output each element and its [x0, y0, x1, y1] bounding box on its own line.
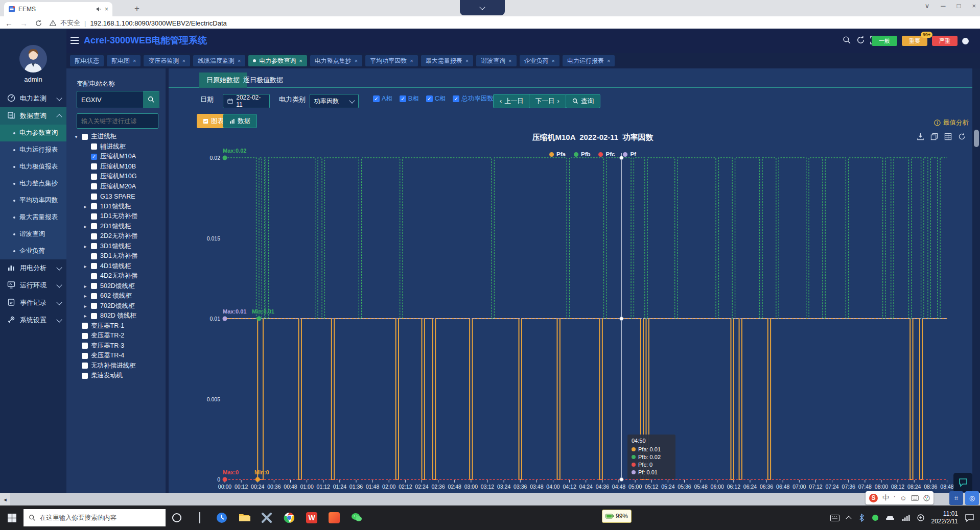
chevron-right-icon[interactable]: ▸: [83, 283, 88, 289]
vertical-scrollbar[interactable]: [972, 68, 980, 493]
sidebar-item-3[interactable]: 运行环境: [0, 277, 66, 294]
checkbox-unchecked[interactable]: [91, 223, 97, 229]
chevron-right-icon[interactable]: ▸: [83, 263, 88, 269]
tree-node[interactable]: 2D2无功补偿: [74, 231, 166, 242]
checkbox-unchecked[interactable]: [91, 283, 97, 289]
checkbox-unchecked[interactable]: [91, 263, 97, 269]
close-icon[interactable]: ×: [552, 58, 555, 64]
module-tab[interactable]: 电力整点集抄×: [310, 55, 362, 66]
hidden-icons-chevron[interactable]: [847, 515, 851, 521]
tree-node[interactable]: 压缩机M10B: [74, 162, 166, 172]
task-view-icon[interactable]: [188, 505, 211, 530]
url-box[interactable]: 不安全 | 192.168.1.100:8090/3000WEBV2/Elect…: [50, 18, 227, 28]
station-search-button[interactable]: [143, 91, 159, 108]
sidebar-subitem[interactable]: 电力极值报表: [0, 158, 66, 175]
window-minimize-icon[interactable]: ─: [941, 2, 945, 10]
station-input[interactable]: [77, 96, 143, 104]
tree-node[interactable]: 变压器TR-1: [74, 321, 166, 331]
alarm-normal-button[interactable]: 一般: [872, 36, 897, 46]
forward-icon[interactable]: →: [20, 19, 28, 28]
module-tab[interactable]: 企业负荷×: [520, 55, 559, 66]
tree-node[interactable]: 变压器TR-4: [74, 351, 166, 361]
battery-widget[interactable]: 99%: [602, 510, 632, 523]
checkbox-unchecked[interactable]: [91, 174, 97, 180]
ime-mic-tile[interactable]: ◎: [965, 491, 979, 505]
reload-icon[interactable]: [35, 19, 42, 27]
tree-node[interactable]: 压缩机M20A: [74, 182, 166, 192]
ime-mode-chinese[interactable]: 中: [882, 493, 889, 502]
sidebar-item-5[interactable]: 系统设置: [0, 311, 66, 329]
chevron-right-icon[interactable]: ▸: [83, 313, 88, 319]
checkbox-unchecked[interactable]: [91, 143, 97, 150]
hamburger-icon[interactable]: [71, 37, 79, 44]
checkbox-unchecked[interactable]: [82, 353, 88, 359]
tree-node[interactable]: ▸702D馈线柜: [74, 301, 166, 311]
tab-close-icon[interactable]: ×: [105, 6, 108, 13]
tab-audio-icon[interactable]: [96, 6, 102, 12]
tree-node[interactable]: ▸602 馈线柜: [74, 291, 166, 301]
sidebar-item-2[interactable]: 用电分析: [0, 259, 66, 277]
checkbox-unchecked[interactable]: [91, 273, 97, 279]
close-icon[interactable]: ×: [607, 58, 610, 64]
tree-node[interactable]: 压缩机M10G: [74, 172, 166, 182]
window-menu-icon[interactable]: ∨: [925, 2, 930, 10]
alarm-critical-button[interactable]: 严重: [932, 36, 958, 46]
new-tab-button[interactable]: +: [132, 4, 142, 14]
tree-node[interactable]: 无功补偿进线柜: [74, 361, 166, 371]
tree-node[interactable]: 变压器TR-2: [74, 331, 166, 341]
tree-node[interactable]: 变压器TR-3: [74, 341, 166, 351]
sidebar-subitem[interactable]: 最大需量报表: [0, 209, 66, 226]
sidebar-item-1[interactable]: 数据查询: [0, 107, 66, 125]
tree-node[interactable]: 1D1无功补偿: [74, 211, 166, 222]
close-icon[interactable]: ×: [133, 58, 136, 64]
checkbox-unchecked[interactable]: [91, 293, 97, 299]
tree-node[interactable]: ✓压缩机M10A: [74, 152, 166, 162]
browser-tab[interactable]: EEMS ×: [4, 2, 112, 16]
ime-keyboard-icon[interactable]: [911, 495, 919, 501]
ime-skin-icon[interactable]: [923, 495, 930, 501]
checkbox-unchecked[interactable]: [91, 243, 97, 249]
module-tab[interactable]: 配电图×: [107, 55, 141, 66]
checkbox-unchecked[interactable]: [91, 303, 97, 309]
tree-node[interactable]: G13 SPARE: [74, 191, 166, 202]
refresh-icon[interactable]: [856, 36, 865, 44]
taskbar-clock[interactable]: 11:01 2022/2/11: [931, 510, 959, 525]
sidebar-subitem[interactable]: 平均功率因数: [0, 192, 66, 209]
module-tab[interactable]: 配电状态: [70, 55, 104, 66]
sidebar-subitem[interactable]: 电力运行报表: [0, 141, 66, 158]
checkbox-checked[interactable]: ✓: [91, 154, 97, 160]
sidebar-subitem[interactable]: 企业负荷: [0, 243, 66, 259]
module-tab[interactable]: 电力参数查询×: [248, 55, 307, 66]
start-button[interactable]: [0, 505, 24, 530]
close-icon[interactable]: ×: [508, 58, 511, 64]
sidebar-subitem[interactable]: 谐波查询: [0, 226, 66, 243]
checkbox-unchecked[interactable]: [91, 213, 97, 220]
chevron-right-icon[interactable]: ▸: [83, 293, 88, 299]
window-close-icon[interactable]: ×: [972, 2, 976, 10]
orange-app-icon[interactable]: [323, 505, 345, 530]
close-icon[interactable]: ×: [238, 58, 241, 64]
checkbox-unchecked[interactable]: [82, 373, 88, 379]
ime-toolbox-tile[interactable]: ⌗: [949, 491, 963, 505]
sidebar-subitem[interactable]: 电力整点集抄: [0, 175, 66, 192]
cortana-icon[interactable]: [166, 505, 188, 530]
tree-node[interactable]: 4D2无功补偿: [74, 271, 166, 281]
module-tab[interactable]: 电力运行报表×: [563, 55, 615, 66]
touch-keyboard-icon[interactable]: [830, 515, 839, 521]
close-icon[interactable]: ×: [299, 58, 302, 64]
close-icon[interactable]: ×: [410, 58, 413, 64]
checkbox-unchecked[interactable]: [91, 253, 97, 259]
ime-emoji-icon[interactable]: ☺: [900, 494, 906, 502]
checkbox-unchecked[interactable]: [91, 313, 97, 319]
green-status-tray-icon[interactable]: [872, 515, 878, 521]
checkbox-unchecked[interactable]: [91, 163, 97, 170]
usb-tray-icon[interactable]: [917, 514, 924, 521]
tree-node[interactable]: ▸3D1馈线柜: [74, 242, 166, 252]
checkbox-unchecked[interactable]: [91, 194, 97, 200]
search-icon[interactable]: [843, 36, 851, 44]
chevron-right-icon[interactable]: ▸: [83, 224, 88, 229]
close-icon[interactable]: ×: [355, 58, 358, 64]
module-tab[interactable]: 线缆温度监测×: [193, 55, 245, 66]
close-icon[interactable]: ×: [465, 58, 469, 64]
ime-toolbar[interactable]: S 中 ’ ☺: [866, 491, 934, 504]
